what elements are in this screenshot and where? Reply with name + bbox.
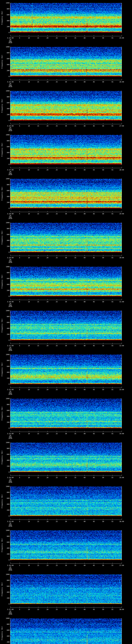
- x-end-time-label: 37:00: [119, 565, 124, 566]
- x-tick-label: 40: [84, 565, 86, 566]
- x-tick-label: 20: [46, 521, 48, 522]
- y-tick-label: 1000: [4, 2, 10, 4]
- x-tick-label: 20: [46, 37, 48, 39]
- x-tick-label: 30: [65, 389, 67, 390]
- y-tick-label: 600: [4, 146, 10, 148]
- x-tick-label: 10: [28, 81, 30, 83]
- y-tick-label: 600: [4, 630, 10, 631]
- y-tick-label: 1000: [4, 398, 10, 400]
- y-tick-label: 0: [4, 76, 10, 77]
- x-end-time-label: 27:00: [119, 125, 124, 127]
- x-tick-label: 15: [37, 433, 39, 434]
- x-tick-label: 15: [37, 125, 39, 127]
- x-tick-label: 35: [74, 521, 76, 522]
- x-tick-label: 55: [112, 477, 113, 478]
- y-tick-label: 800: [4, 8, 10, 10]
- x-tick-label: 10: [28, 477, 30, 478]
- y-tick-label: 400: [4, 196, 10, 197]
- x-start-time-label: 3:30:00: [7, 301, 14, 302]
- y-tick-label: 800: [4, 624, 10, 625]
- y-tick-label: 600: [4, 14, 10, 16]
- x-tick-label: 5: [19, 345, 20, 346]
- x-tick-label: 25: [56, 37, 58, 39]
- x-tick-label: 50: [102, 257, 104, 258]
- y-tick-label: 1000: [4, 310, 10, 312]
- x-end-time-label: 31:00: [119, 301, 124, 302]
- y-tick-label: 800: [4, 140, 10, 142]
- x-tick-label: 55: [112, 257, 113, 258]
- x-tick-label: 20: [46, 81, 48, 83]
- x-tick-label: 45: [93, 389, 95, 390]
- date-line: 2016: [8, 394, 12, 395]
- x-tick-label: 35: [74, 301, 76, 302]
- x-tick-label: 15: [37, 565, 39, 566]
- spectrogram-panel: Frequency (Hz)100080060040020003:26:0051…: [0, 88, 132, 132]
- x-tick-label: 35: [74, 433, 76, 434]
- date-line: 2016: [8, 482, 12, 483]
- x-tick-label: 35: [74, 345, 76, 346]
- x-tick-label: 20: [46, 345, 48, 346]
- y-axis-label: Frequency (Hz): [1, 626, 3, 640]
- y-tick-label: 600: [4, 586, 10, 587]
- x-tick-label: 55: [112, 433, 113, 434]
- x-tick-label: 45: [93, 37, 95, 39]
- x-tick-label: 35: [74, 169, 76, 171]
- x-end-time-label: 33:00: [119, 389, 124, 390]
- y-tick-label: 400: [4, 328, 10, 329]
- x-tick-label: 45: [93, 81, 95, 83]
- spectrogram-figure: { "figure": { "background": "#000000", "…: [0, 0, 132, 644]
- x-tick-label: 5: [19, 477, 20, 478]
- date-line: 2016: [8, 86, 12, 87]
- x-start-time-label: 3:33:00: [7, 433, 14, 434]
- x-start-time-label: 3:32:00: [7, 389, 14, 390]
- spectrogram-panel: Frequency (Hz)100080060040020003:25:0051…: [0, 44, 132, 88]
- x-tick-label: 10: [28, 433, 30, 434]
- x-tick-label: 10: [28, 609, 30, 610]
- date-line: 2016: [8, 613, 12, 615]
- spectrogram-panel: Frequency (Hz)100080060040020003:28:0051…: [0, 176, 132, 220]
- x-tick-label: 30: [65, 301, 67, 302]
- date-line: 2016: [8, 306, 12, 307]
- x-tick-label: 55: [112, 389, 113, 390]
- spectrogram-plot: [0, 616, 132, 644]
- y-tick-label: 400: [4, 635, 10, 637]
- x-tick-label: 5: [19, 433, 20, 434]
- x-start-time-label: 3:24:00: [7, 37, 14, 39]
- y-tick-label: 0: [4, 252, 10, 253]
- y-tick-label: 400: [4, 372, 10, 373]
- y-tick-label: 0: [4, 208, 10, 209]
- y-tick-label: 0: [4, 515, 10, 517]
- y-axis-label: Frequency (Hz): [1, 55, 3, 69]
- y-tick-label: 0: [4, 603, 10, 605]
- x-start-time-label: 3:26:00: [7, 125, 14, 127]
- x-tick-label: 25: [56, 125, 58, 127]
- y-tick-label: 1000: [4, 134, 10, 136]
- y-tick-label: 600: [4, 234, 10, 235]
- x-tick-label: 5: [19, 609, 20, 610]
- x-tick-label: 40: [84, 257, 86, 258]
- x-start-time-label: 3:29:00: [7, 257, 14, 258]
- x-tick-label: 25: [56, 433, 58, 434]
- y-tick-label: 400: [4, 460, 10, 461]
- x-tick-label: 30: [65, 125, 67, 127]
- x-tick-label: 5: [19, 521, 20, 522]
- x-tick-label: 40: [84, 345, 86, 346]
- y-axis-label: Frequency (Hz): [1, 187, 3, 200]
- x-tick-label: 5: [19, 389, 20, 390]
- x-tick-label: 55: [112, 213, 113, 214]
- x-tick-label: 40: [84, 125, 86, 127]
- x-tick-label: 15: [37, 213, 39, 214]
- y-tick-label: 0: [4, 472, 10, 473]
- y-tick-label: 0: [4, 296, 10, 297]
- y-tick-label: 800: [4, 184, 10, 186]
- y-tick-label: 1000: [4, 618, 10, 619]
- x-tick-label: 10: [28, 345, 30, 346]
- y-axis-label: Frequency (Hz): [1, 230, 3, 244]
- x-end-time-label: 36:00: [119, 521, 124, 522]
- x-tick-label: 25: [56, 169, 58, 171]
- x-tick-label: 25: [56, 609, 58, 610]
- y-tick-label: 1000: [4, 178, 10, 180]
- spectrogram-panel: Frequency (Hz)100080060040020003:31:0051…: [0, 308, 132, 352]
- y-tick-label: 600: [4, 410, 10, 411]
- x-tick-label: 50: [102, 521, 104, 522]
